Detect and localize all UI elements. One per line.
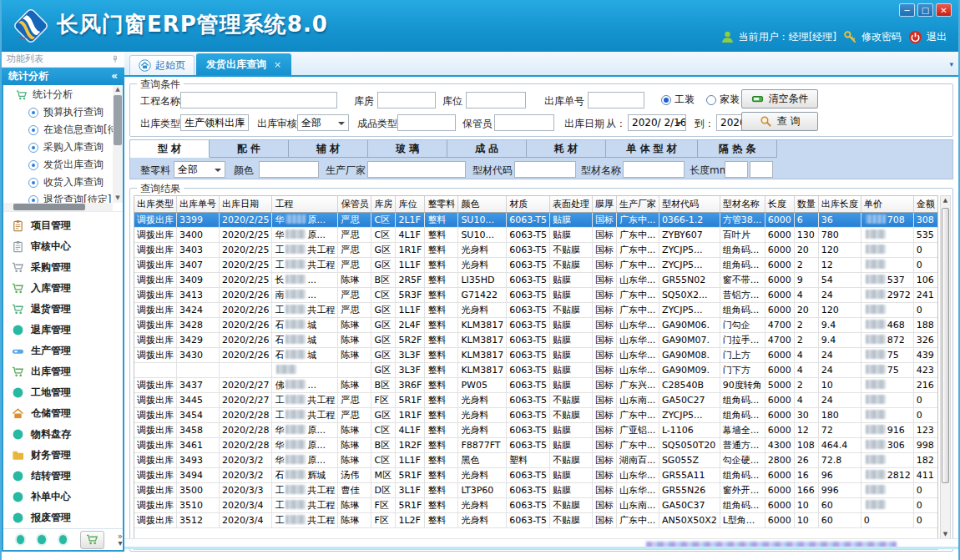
audit-select[interactable]: 全部 — [297, 114, 349, 131]
tree-item[interactable]: 预算执行查询 — [3, 103, 123, 121]
menu-item-审核中心[interactable]: 审核中心 — [3, 236, 123, 257]
menu-item-物料盘存[interactable]: 物料盘存 — [3, 424, 123, 445]
menu-item-结转管理[interactable]: 结转管理 — [3, 466, 123, 487]
minimize-button[interactable]: ─ — [899, 3, 915, 17]
location-input[interactable] — [466, 92, 526, 108]
column-header-保管员[interactable]: 保管员 — [338, 196, 371, 212]
table-row[interactable]: 调拨出库35102020/3/4工共工程陈琳F区5R1F整料光身料6063-T5… — [134, 497, 937, 512]
table-row[interactable]: 调拨出库35002020/3/3工共工程曹佳D区3L1F整料LT3P606063… — [134, 482, 937, 497]
table-row[interactable]: 调拨出库34942020/3/2石辉城汤伟M区5R1F整料光身料6063-T5贴… — [134, 467, 937, 482]
profile-name-input[interactable] — [623, 161, 685, 178]
tree-item[interactable]: 发货出库查询 — [3, 156, 123, 174]
radio-jiazhuang[interactable]: 家装 — [706, 93, 740, 107]
table-row[interactable]: 调拨出库34452020/2/27工共工程严思F区5R1F整料光身料6063-T… — [134, 392, 937, 407]
table-row[interactable]: 调拨出库34372020/2/27佛...陈琳B区3R6F整料PW056063-… — [134, 377, 937, 392]
column-header-库位[interactable]: 库位 — [396, 196, 425, 212]
tab-home[interactable]: 起始页 — [129, 55, 195, 75]
sidebar-more-button[interactable]: » ▾ — [118, 533, 123, 547]
column-header-颜色[interactable]: 颜色 — [458, 196, 507, 212]
tree-horizontal-scrollbar[interactable] — [3, 203, 113, 211]
table-row[interactable]: 调拨出库34582020/2/28华原...陈琳C区4L1F整料光身料6063-… — [134, 422, 937, 437]
subtab-辅材[interactable]: 辅 材 — [289, 140, 368, 158]
out-type-select[interactable]: 生产领料出库 — [180, 114, 249, 131]
column-header-型材名称[interactable]: 型材名称 — [720, 196, 765, 212]
quick-cart-button[interactable] — [80, 531, 104, 549]
table-row[interactable]: 调拨出库34132020/2/26南...严思C区5R3F整料G71422606… — [134, 287, 937, 302]
tree-item[interactable]: 收货入库查询 — [3, 174, 123, 191]
menu-item-生产管理[interactable]: 生产管理 — [3, 341, 123, 361]
menu-item-退库管理[interactable]: 退库管理 — [3, 320, 123, 341]
menu-item-补单中心[interactable]: 补单中心 — [3, 487, 123, 507]
scroll-up-icon[interactable]: ▲ — [941, 197, 950, 204]
grid-vertical-scrollbar[interactable]: ▲ ▼ — [940, 195, 951, 539]
menu-item-退货管理[interactable]: 退货管理 — [3, 299, 123, 320]
column-header-长度[interactable]: 长度 — [765, 196, 794, 212]
table-row[interactable]: 调拨出库34092020/2/25长...陈琳B区2R5F整料LI35HD606… — [134, 272, 937, 287]
clear-conditions-button[interactable]: 清空条件 — [741, 89, 818, 108]
column-header-出库长度[interactable]: 出库长度 — [818, 196, 861, 212]
table-row[interactable]: 调拨出库34002020/2/25华原...严思C区4L1F整料SU10...6… — [134, 227, 937, 242]
table-row[interactable]: 调拨出库34032020/2/25工共工程严思G区1R1F整料光身料6063-T… — [134, 242, 937, 257]
column-header-出库单号[interactable]: 出库单号 — [177, 196, 220, 212]
change-password-button[interactable]: 修改密码 — [843, 30, 902, 44]
table-row[interactable]: 调拨出库34612020/2/28华原...陈琳B区1R2F整料F8877FT6… — [134, 437, 937, 452]
profile-code-input[interactable] — [514, 161, 576, 178]
scroll-down-icon[interactable]: ▼ — [113, 194, 123, 203]
column-header-生产厂家[interactable]: 生产厂家 — [616, 196, 659, 212]
column-header-整零料[interactable]: 整零料 — [425, 196, 458, 212]
sidebar-section-header[interactable]: 统计分析 « — [2, 68, 124, 85]
menu-item-出库管理[interactable]: 出库管理 — [3, 361, 123, 382]
column-header-数量[interactable]: 数量 — [794, 196, 818, 212]
length-max-input[interactable] — [750, 161, 773, 178]
table-row[interactable]: 调拨出库34072020/2/25工共工程严思G区1L1F整料光身料6063-T… — [134, 257, 937, 272]
tab-close-icon[interactable]: × — [274, 59, 281, 70]
column-header-工程[interactable]: 工程 — [272, 196, 338, 212]
subtab-单体型材[interactable]: 单 体 型 材 — [606, 140, 698, 158]
collapse-icon[interactable]: « — [111, 68, 118, 85]
subtab-型材[interactable]: 型 材 — [130, 140, 210, 158]
warehouse-input[interactable] — [377, 92, 436, 108]
maximize-button[interactable]: □ — [917, 3, 933, 17]
close-button[interactable]: ✕ — [936, 3, 952, 17]
subtab-玻璃[interactable]: 玻 璃 — [368, 140, 447, 158]
table-row[interactable]: 调拨出库34542020/2/28工共工程严思G区1R1F整料光身料6063-T… — [134, 407, 937, 422]
length-min-input[interactable] — [725, 161, 748, 178]
column-header-金额[interactable]: 金额 — [913, 196, 937, 212]
table-row[interactable]: 调拨出库34302020/2/26石城陈琳G区3L3F整料KLM38176063… — [134, 347, 937, 362]
pin-icon[interactable] — [111, 55, 119, 63]
table-row[interactable]: G区3L3F整料KLM38176063-T5贴膜国标山东华...GA90M09.… — [134, 362, 937, 377]
menu-item-工地管理[interactable]: 工地管理 — [3, 382, 123, 403]
color-input[interactable] — [259, 161, 319, 178]
column-header-表面处理[interactable]: 表面处理 — [549, 196, 592, 212]
column-header-出库日期[interactable]: 出库日期 — [220, 196, 272, 212]
whole-part-select[interactable]: 全部 — [174, 161, 225, 178]
radio-gongzhuang[interactable]: 工装 — [661, 93, 695, 107]
quick-dot-1[interactable] — [17, 535, 24, 544]
menu-item-报废管理[interactable]: 报废管理 — [3, 507, 123, 528]
product-type-input[interactable] — [397, 114, 456, 131]
project-name-input[interactable] — [180, 92, 337, 108]
column-header-库房[interactable]: 库房 — [371, 196, 396, 212]
column-header-膜厚[interactable]: 膜厚 — [592, 196, 616, 212]
table-row[interactable]: 调拨出库34282020/2/26石城陈琳G区2L4F整料KLM38176063… — [134, 317, 937, 332]
subtab-耗材[interactable]: 耗 材 — [527, 140, 606, 158]
tree-item[interactable]: 采购入库查询 — [3, 139, 123, 156]
tab-shipment-outbound-query[interactable]: 发货出库查询 × — [196, 53, 291, 75]
scroll-down-icon[interactable]: ▼ — [941, 531, 950, 537]
table-row[interactable]: 调拨出库34242020/2/26工共工程严思G区1L1F整料光身料6063-T… — [134, 302, 937, 317]
date-from-select[interactable]: 2020/ 2/16 — [628, 114, 686, 131]
tree-vertical-scrollbar[interactable]: ▲ ▼ — [113, 85, 123, 203]
order-no-input[interactable] — [588, 92, 644, 108]
menu-item-财务管理[interactable]: 财务管理 — [3, 445, 123, 466]
scroll-up-icon[interactable]: ▲ — [113, 85, 123, 94]
tab-overflow-icon[interactable]: ▾ — [949, 60, 953, 68]
table-row[interactable]: 调拨出库33992020/2/25华原...严思C区2L1F整料SU10...6… — [134, 212, 937, 227]
subtab-配件[interactable]: 配 件 — [210, 140, 289, 158]
column-header-出库类型[interactable]: 出库类型 — [134, 196, 177, 212]
column-header-型材代码[interactable]: 型材代码 — [659, 196, 720, 212]
keeper-input[interactable] — [494, 114, 554, 131]
search-button[interactable]: 查 询 — [741, 112, 818, 131]
menu-item-采购管理[interactable]: 采购管理 — [3, 257, 123, 278]
column-header-单价[interactable]: 单价 — [861, 196, 913, 212]
menu-item-项目管理[interactable]: 项目管理 — [3, 215, 123, 236]
